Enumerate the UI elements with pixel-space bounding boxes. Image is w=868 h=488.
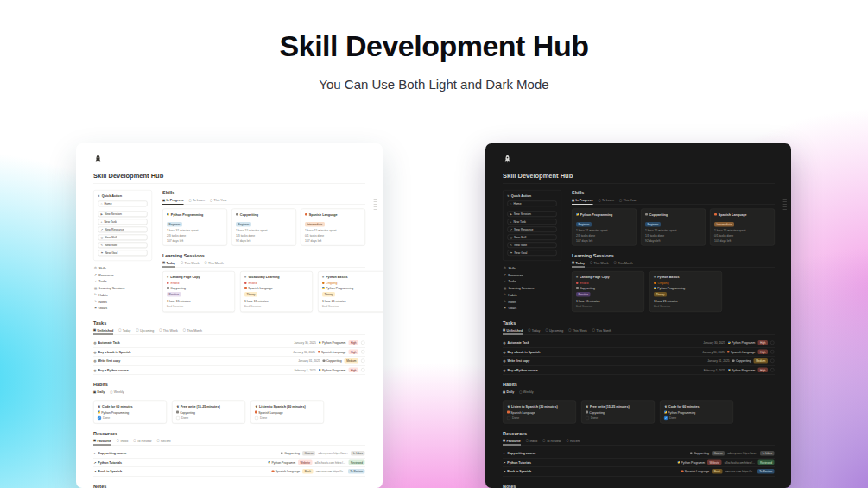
habit-card[interactable]: ↯Listen to Spanish (30 minutes)Spanish L… (503, 400, 576, 423)
skill-chip[interactable]: Python Programm (319, 341, 346, 345)
new-skill-button[interactable]: ◎New Skill (98, 235, 148, 241)
end-session-button[interactable]: End Session (576, 305, 640, 308)
resource-row[interactable]: ↗Python TutorialsPython ProgrammWebsitew… (503, 458, 775, 467)
skill-card[interactable]: CopywritingBeginner1 hour 15 minutes spe… (641, 209, 706, 246)
end-session-button[interactable]: End Session (244, 305, 308, 308)
drag-handle[interactable] (783, 199, 788, 212)
tab-today[interactable]: ▣Today (162, 261, 175, 265)
skill-chip[interactable]: Copywriting (690, 452, 709, 455)
new-resource-button[interactable]: ↗New Resource (98, 227, 148, 233)
session-card[interactable]: ≡Landing Page CopyEndedCopywritingPracti… (572, 271, 644, 312)
resource-url[interactable]: amazon.com https://a... (725, 470, 754, 473)
skill-chip[interactable]: Copywriting (167, 287, 186, 290)
tab-in-progress[interactable]: ▣In Progress (572, 199, 592, 203)
skill-chip[interactable]: Spanish Language (727, 351, 756, 354)
tab-this-week[interactable]: ▢This Week (590, 261, 609, 265)
sidebar-item-learning-sessions[interactable]: ▤Learning Sessions (94, 286, 152, 290)
tab-recent[interactable]: ▢Recent (566, 439, 580, 443)
task-checkbox[interactable] (770, 368, 775, 372)
sidebar-item-goals[interactable]: ⚑Goals (94, 307, 152, 311)
resource-row[interactable]: ↗Book in SpanishSpanish LanguageBookamaz… (93, 467, 365, 477)
tab-this-year[interactable]: ▢This Year (210, 199, 227, 203)
skill-chip[interactable]: Spanish Language (681, 470, 710, 473)
session-card[interactable]: ≡Landing Page CopyEndedCopywritingPracti… (162, 271, 235, 312)
tab-this-week[interactable]: ▢This Week (159, 328, 178, 333)
habit-card[interactable]: ↯Code for 60 minutesPython Programming✓D… (660, 400, 733, 423)
task-row[interactable]: ◎Write first copyJanuary 31, 2025Copywri… (503, 357, 775, 366)
habit-card[interactable]: ↯Free write (15-25 minutes)CopywritingDo… (172, 400, 245, 423)
habit-card[interactable]: ↯Free write (15-25 minutes)CopywritingDo… (581, 400, 655, 423)
task-row[interactable]: ◎Write first copyJanuary 31, 2025Copywri… (93, 357, 365, 366)
tab-daily[interactable]: ▣Daily (93, 390, 105, 394)
sidebar-item-skills[interactable]: ◎Skills (504, 266, 561, 270)
resource-row[interactable]: ↗Copywriting courseCopywritingCourseudem… (93, 449, 365, 459)
resource-row[interactable]: ↗Copywriting courseCopywritingCourseudem… (503, 449, 775, 459)
tab-upcoming[interactable]: ▢Upcoming (545, 328, 563, 333)
home-button[interactable]: ⌂Home (508, 201, 557, 207)
skill-card[interactable]: Python ProgrammingBeginner1 hour 31 minu… (572, 209, 637, 246)
sidebar-item-tasks[interactable]: ✓Tasks (94, 280, 152, 284)
tab-this-week[interactable]: ▢This Week (181, 261, 200, 265)
skill-card[interactable]: CopywritingBeginner1 hour 15 minutes spe… (231, 209, 296, 246)
task-checkbox[interactable] (361, 368, 365, 372)
done-checkbox[interactable] (586, 416, 589, 420)
resource-url[interactable]: udemy.com https://ww... (318, 452, 348, 455)
tab-upcoming[interactable]: ▢Upcoming (136, 328, 154, 333)
resource-row[interactable]: ↗Book in SpanishSpanish LanguageBookamaz… (503, 467, 775, 477)
session-card[interactable]: ≡Python BasicsOngoingPython ProgrammingT… (649, 271, 722, 312)
task-checkbox[interactable] (770, 350, 775, 354)
tab-this-month[interactable]: ▢This Month (204, 261, 223, 265)
home-button[interactable]: ⌂Home (98, 201, 148, 207)
skill-chip[interactable]: Copywriting (176, 410, 195, 414)
task-row[interactable]: ◎Automate TaskJanuary 30, 2025Python Pro… (93, 339, 365, 348)
skill-chip[interactable]: Python Programm (728, 369, 756, 372)
skill-chip[interactable]: Python Programming (664, 410, 695, 414)
new-skill-button[interactable]: ◎New Skill (508, 235, 557, 241)
new-task-button[interactable]: +New Task (98, 219, 148, 225)
skill-chip[interactable]: Python Programming (654, 287, 685, 290)
sidebar-item-habits[interactable]: ↻Habits (504, 293, 561, 297)
session-card[interactable]: ≡Vocabulary LearningEndedSpanish Languag… (240, 271, 313, 312)
task-row[interactable]: ◎Buy a book in SpanishJanuary 30, 2025Sp… (93, 347, 365, 357)
tab-today[interactable]: ▣Today (572, 261, 585, 265)
resource-url[interactable]: udemy.com https://ww... (727, 452, 757, 455)
sidebar-item-notes[interactable]: ✎Notes (94, 300, 152, 304)
tab-to-review[interactable]: ▢To Review (133, 439, 151, 443)
tab-today[interactable]: ▢Today (118, 328, 130, 333)
tab-today[interactable]: ▢Today (528, 328, 540, 333)
task-checkbox[interactable] (770, 359, 775, 364)
sidebar-item-learning-sessions[interactable]: ▤Learning Sessions (504, 286, 561, 290)
tab-to-learn[interactable]: ▢To Learn (188, 199, 205, 203)
tab-favourite[interactable]: ▣Favourite (93, 439, 111, 443)
drag-handle[interactable] (374, 199, 378, 212)
tab-weekly[interactable]: ▢Weekly (110, 390, 124, 394)
task-checkbox[interactable] (361, 341, 365, 345)
tab-inbox[interactable]: ▢Inbox (117, 439, 128, 443)
new-session-button[interactable]: ▶New Session (508, 212, 557, 218)
end-session-button[interactable]: End Session (322, 305, 383, 308)
new-resource-button[interactable]: ↗New Resource (508, 227, 557, 233)
new-task-button[interactable]: +New Task (508, 219, 557, 225)
new-session-button[interactable]: ▶New Session (98, 212, 148, 218)
tab-this-year[interactable]: ▢This Year (619, 199, 637, 203)
done-checkbox[interactable] (507, 416, 510, 420)
tab-to-learn[interactable]: ▢To Learn (598, 199, 614, 203)
habit-card[interactable]: ↯Listen to Spanish (30 minutes)Spanish L… (250, 400, 324, 423)
skill-card[interactable]: Spanish LanguageIntermediate1 hour 15 mi… (301, 209, 365, 246)
new-note-button[interactable]: ✎New Note (508, 243, 557, 249)
skill-chip[interactable]: Spanish Language (507, 410, 535, 414)
skill-chip[interactable]: Python Programm (319, 369, 346, 372)
sidebar-item-skills[interactable]: ◎Skills (94, 266, 152, 270)
task-row[interactable]: ◎Automate TaskJanuary 30, 2025Python Pro… (503, 339, 775, 348)
tab-this-month[interactable]: ▢This Month (592, 328, 611, 333)
skill-chip[interactable]: Python Programm (268, 461, 295, 465)
new-goal-button[interactable]: ⚑New Goal (508, 250, 557, 257)
task-row[interactable]: ◎Buy a book in SpanishJanuary 30, 2025Sp… (503, 347, 775, 357)
skill-chip[interactable]: Spanish Language (318, 351, 346, 354)
skill-chip[interactable]: Copywriting (732, 359, 751, 363)
tab-recent[interactable]: ▢Recent (156, 439, 170, 443)
tab-weekly[interactable]: ▢Weekly (519, 390, 533, 394)
tab-this-month[interactable]: ▢This Month (183, 328, 202, 333)
tab-this-week[interactable]: ▢This Week (568, 328, 587, 333)
new-goal-button[interactable]: ⚑New Goal (98, 250, 148, 257)
